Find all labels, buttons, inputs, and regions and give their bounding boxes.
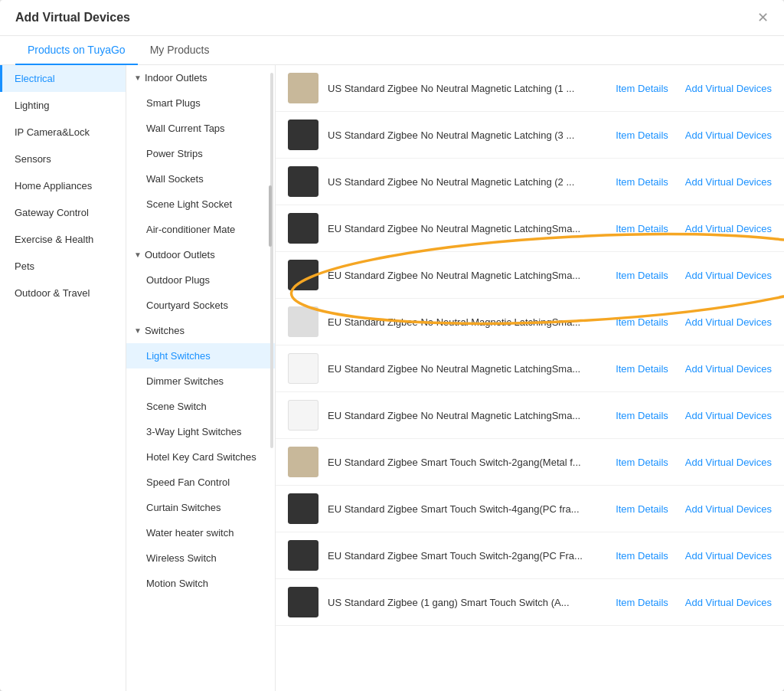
sidebar-item-gateway[interactable]: Gateway Control (0, 199, 126, 226)
add-virtual-button[interactable]: Add Virtual Devices (685, 316, 772, 328)
product-name: EU Standard Zigbee No Neutral Magnetic L… (328, 223, 599, 234)
product-name: EU Standard Zigbee Smart Touch Switch-4g… (328, 503, 599, 515)
mid-item-wireless-switch[interactable]: Wireless Switch (126, 545, 275, 571)
product-thumbnail (288, 353, 318, 384)
item-details-button[interactable]: Item Details (608, 550, 676, 562)
add-virtual-button[interactable]: Add Virtual Devices (685, 503, 772, 515)
product-row: US Standard Zigbee No Neutral Magnetic L… (276, 112, 784, 159)
mid-item-wall-current-taps[interactable]: Wall Current Taps (126, 116, 275, 141)
mid-item-water-heater-switch[interactable]: Water heater switch (126, 520, 275, 545)
sidebar-item-sensors[interactable]: Sensors (0, 146, 126, 172)
arrow-icon: ▼ (134, 326, 142, 335)
sidebar-item-electrical[interactable]: Electrical (0, 65, 126, 92)
product-thumbnail (288, 306, 318, 337)
item-details-button[interactable]: Item Details (608, 176, 676, 188)
mid-item-scene-switch[interactable]: Scene Switch (126, 394, 275, 419)
mid-item-outdoor-plugs[interactable]: Outdoor Plugs (126, 267, 275, 293)
mid-item-speed-fan-control[interactable]: Speed Fan Control (126, 470, 275, 495)
product-row: EU Standard Zigbee No Neutral Magnetic L… (276, 346, 784, 392)
add-virtual-button[interactable]: Add Virtual Devices (685, 129, 772, 141)
annotated-row-wrapper: EU Standard Zigbee No Neutral Magnetic L… (276, 252, 784, 299)
product-thumbnail (288, 493, 318, 524)
add-virtual-button[interactable]: Add Virtual Devices (685, 363, 772, 375)
product-name: US Standard Zigbee No Neutral Magnetic L… (328, 176, 599, 188)
mid-item-switches[interactable]: ▼ Switches (126, 318, 275, 343)
mid-item-scene-light-socket[interactable]: Scene Light Socket (126, 192, 275, 217)
modal: Add Virtual Devices ✕ Products on TuyaGo… (0, 0, 784, 691)
item-details-button[interactable]: Item Details (608, 223, 676, 234)
sidebar-left: Electrical Lighting IP Camera&Lock Senso… (0, 65, 126, 691)
mid-item-3way-light-switches[interactable]: 3-Way Light Switches (126, 419, 275, 444)
sidebar-item-pets[interactable]: Pets (0, 253, 126, 280)
item-details-button[interactable]: Item Details (608, 316, 676, 328)
sidebar-item-outdoor[interactable]: Outdoor & Travel (0, 280, 126, 306)
add-virtual-button[interactable]: Add Virtual Devices (685, 83, 772, 94)
mid-item-curtain-switches[interactable]: Curtain Switches (126, 495, 275, 520)
close-button[interactable]: ✕ (757, 11, 769, 25)
product-name: EU Standard Zigbee No Neutral Magnetic L… (328, 410, 599, 421)
item-details-button[interactable]: Item Details (608, 129, 676, 141)
item-details-button[interactable]: Item Details (608, 83, 676, 94)
item-details-button[interactable]: Item Details (608, 503, 676, 515)
add-virtual-button[interactable]: Add Virtual Devices (685, 176, 772, 188)
scrollbar-track (270, 73, 273, 448)
sidebar-item-homeappliances[interactable]: Home Appliances (0, 172, 126, 199)
mid-item-smart-plugs[interactable]: Smart Plugs (126, 90, 275, 116)
product-name: US Standard Zigbee No Neutral Magnetic L… (328, 129, 599, 141)
item-details-button[interactable]: Item Details (608, 270, 676, 281)
product-row: EU Standard Zigbee Smart Touch Switch-4g… (276, 486, 784, 532)
arrow-icon: ▼ (134, 74, 142, 82)
mid-item-power-strips[interactable]: Power Strips (126, 141, 275, 166)
add-virtual-button[interactable]: Add Virtual Devices (685, 550, 772, 562)
product-thumbnail (288, 213, 318, 244)
product-thumbnail (288, 73, 318, 103)
item-details-button[interactable]: Item Details (608, 597, 676, 608)
product-row: EU Standard Zigbee Smart Touch Switch-2g… (276, 532, 784, 579)
product-row: US Standard Zigbee No Neutral Magnetic L… (276, 159, 784, 205)
product-row: US Standard Zigbee No Neutral Magnetic L… (276, 65, 784, 112)
mid-item-airconditioner-mate[interactable]: Air-conditioner Mate (126, 217, 275, 242)
add-virtual-button[interactable]: Add Virtual Devices (685, 410, 772, 421)
add-virtual-button[interactable]: Add Virtual Devices (685, 270, 772, 281)
product-list: US Standard Zigbee No Neutral Magnetic L… (276, 65, 784, 691)
product-thumbnail (288, 587, 318, 617)
mid-item-hotel-key-card[interactable]: Hotel Key Card Switches (126, 444, 275, 470)
modal-title: Add Virtual Devices (15, 11, 130, 25)
item-details-button[interactable]: Item Details (608, 363, 676, 375)
tab-tuyago[interactable]: Products on TuyaGo (15, 36, 138, 65)
mid-item-motion-switch[interactable]: Motion Switch (126, 571, 275, 596)
product-name: EU Standard Zigbee No Neutral Magnetic L… (328, 363, 599, 375)
add-virtual-button[interactable]: Add Virtual Devices (685, 223, 772, 234)
sidebar-mid: ▼ Indoor Outlets Smart Plugs Wall Curren… (126, 65, 276, 691)
mid-item-indoor-outlets[interactable]: ▼ Indoor Outlets (126, 65, 275, 90)
mid-item-light-switches[interactable]: Light Switches (126, 343, 275, 368)
mid-item-wall-sockets[interactable]: Wall Sockets (126, 166, 275, 192)
product-thumbnail (288, 400, 318, 431)
product-row: EU Standard Zigbee No Neutral Magnetic L… (276, 205, 784, 252)
tab-myproducts[interactable]: My Products (138, 36, 222, 65)
item-details-button[interactable]: Item Details (608, 410, 676, 421)
product-name: EU Standard Zigbee Smart Touch Switch-2g… (328, 457, 599, 468)
product-name: EU Standard Zigbee Smart Touch Switch-2g… (328, 550, 599, 562)
product-thumbnail (288, 540, 318, 571)
product-name: US Standard Zigbee No Neutral Magnetic L… (328, 83, 599, 94)
content-area: Electrical Lighting IP Camera&Lock Senso… (0, 65, 784, 691)
product-thumbnail (288, 120, 318, 150)
mid-item-dimmer-switches[interactable]: Dimmer Switches (126, 368, 275, 394)
product-thumbnail (288, 166, 318, 197)
scrollbar-thumb[interactable] (269, 185, 272, 247)
sidebar-item-ipcamera[interactable]: IP Camera&Lock (0, 119, 126, 146)
product-name: US Standard Zigbee (1 gang) Smart Touch … (328, 597, 599, 608)
product-row: EU Standard Zigbee No Neutral Magnetic L… (276, 252, 784, 299)
product-row: EU Standard Zigbee Smart Touch Switch-2g… (276, 439, 784, 486)
product-row: US Standard Zigbee (1 gang) Smart Touch … (276, 579, 784, 626)
sidebar-item-lighting[interactable]: Lighting (0, 92, 126, 119)
add-virtual-button[interactable]: Add Virtual Devices (685, 457, 772, 468)
mid-item-courtyard-sockets[interactable]: Courtyard Sockets (126, 293, 275, 318)
item-details-button[interactable]: Item Details (608, 457, 676, 468)
sidebar-item-exercise[interactable]: Exercise & Health (0, 226, 126, 253)
add-virtual-button[interactable]: Add Virtual Devices (685, 597, 772, 608)
product-name: EU Standard Zigbee No Neutral Magnetic L… (328, 316, 599, 328)
tabs-row: Products on TuyaGo My Products (0, 36, 784, 65)
mid-item-outdoor-outlets[interactable]: ▼ Outdoor Outlets (126, 242, 275, 267)
